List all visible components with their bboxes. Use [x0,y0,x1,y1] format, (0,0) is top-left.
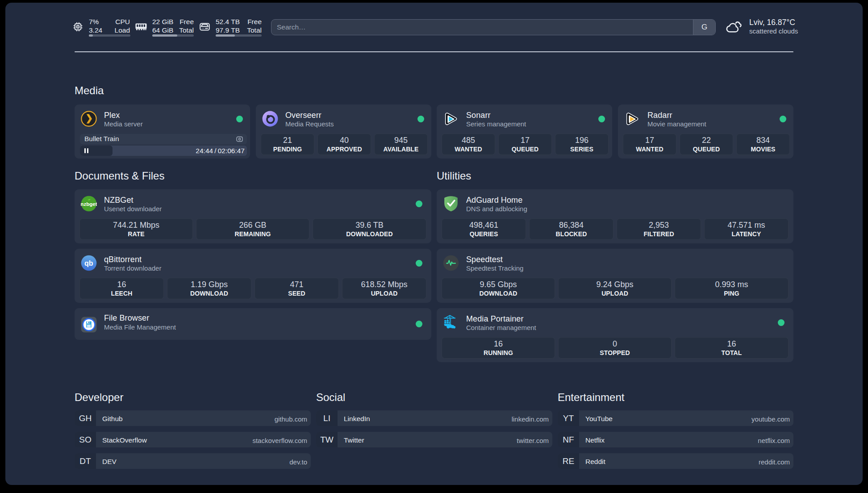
svg-text:qb: qb [84,259,93,267]
svg-text:nzbget: nzbget [81,201,97,207]
